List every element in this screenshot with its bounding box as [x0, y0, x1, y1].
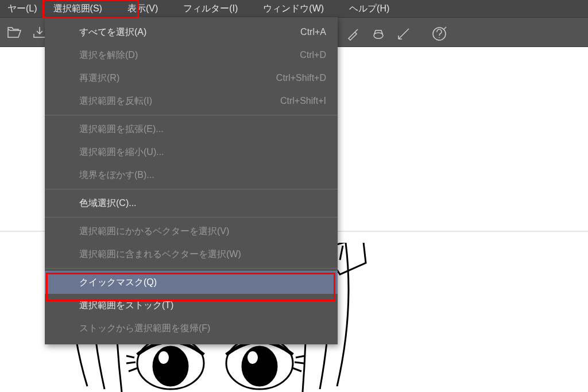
menu-item-label: 境界をぼかす(B)... [79, 169, 326, 181]
dd-color-range[interactable]: 色域選択(C)... [45, 192, 338, 215]
menu-layer-partial[interactable]: ヤー(L) [4, 0, 41, 17]
menu-separator [45, 268, 338, 269]
dd-restore-stock: ストックから選択範囲を復帰(F) [45, 317, 338, 340]
select-menu-dropdown: すべてを選択(A)Ctrl+A選択を解除(D)Ctrl+D再選択(R)Ctrl+… [45, 17, 338, 344]
bucket-icon[interactable] [368, 23, 389, 45]
menu-item-label: 色域選択(C)... [79, 197, 326, 209]
menu-select[interactable]: 選択範囲(S) [41, 0, 115, 17]
dd-quick-mask[interactable]: クイックマスク(Q) [45, 271, 338, 294]
dd-reselect: 再選択(R)Ctrl+Shift+D [45, 67, 338, 90]
shortcut-label: Ctrl+Shift+I [280, 96, 326, 106]
svg-point-1 [153, 347, 188, 386]
menu-separator [45, 217, 338, 218]
menu-help[interactable]: ヘルプ(H) [336, 0, 402, 17]
shortcut-label: Ctrl+A [300, 27, 326, 37]
menu-item-label: すべてを選択(A) [79, 26, 300, 38]
menu-item-label: 選択範囲を縮小(U)... [79, 146, 326, 158]
menu-separator [45, 189, 338, 189]
menu-item-label: クイックマスク(Q) [79, 277, 326, 289]
menu-item-label: 選択範囲を反転(I) [79, 95, 280, 107]
dd-feather: 境界をぼかす(B)... [45, 164, 338, 187]
menu-separator [45, 115, 338, 115]
dd-vector-contained: 選択範囲に含まれるベクターを選択(W) [45, 243, 338, 266]
svg-point-2 [158, 351, 169, 364]
dd-deselect: 選択を解除(D)Ctrl+D [45, 44, 338, 67]
menu-item-label: 選択範囲を拡張(E)... [79, 123, 326, 135]
open-icon[interactable] [3, 21, 25, 43]
dd-contract: 選択範囲を縮小(U)... [45, 141, 338, 164]
svg-point-4 [242, 347, 277, 386]
shortcut-label: Ctrl+D [300, 50, 326, 60]
menu-item-label: 選択範囲をストック(T) [79, 300, 326, 312]
help-icon[interactable] [428, 23, 450, 45]
brush-icon[interactable] [342, 23, 364, 45]
menu-filter[interactable]: フィルター(I) [171, 0, 250, 17]
dd-stock[interactable]: 選択範囲をストック(T) [45, 294, 338, 317]
menu-item-label: 選択範囲に含まれるベクターを選択(W) [79, 249, 326, 261]
line-icon[interactable] [393, 23, 415, 45]
menu-item-label: 選択を解除(D) [79, 49, 300, 61]
dd-invert: 選択範囲を反転(I)Ctrl+Shift+I [45, 90, 338, 112]
svg-point-5 [247, 351, 258, 364]
menu-item-label: 選択範囲にかかるベクターを選択(V) [79, 226, 326, 238]
dd-vector-touching: 選択範囲にかかるベクターを選択(V) [45, 220, 338, 243]
shortcut-label: Ctrl+Shift+D [276, 73, 326, 83]
menu-item-label: 再選択(R) [79, 72, 276, 84]
menubar: ヤー(L) 選択範囲(S)表示(V)フィルター(I)ウィンドウ(W)ヘルプ(H) [0, 0, 588, 17]
menu-item-label: ストックから選択範囲を復帰(F) [79, 323, 326, 335]
dd-expand: 選択範囲を拡張(E)... [45, 118, 338, 141]
menu-window[interactable]: ウィンドウ(W) [250, 0, 336, 17]
menu-view[interactable]: 表示(V) [115, 0, 171, 17]
dd-select-all[interactable]: すべてを選択(A)Ctrl+A [45, 21, 338, 44]
